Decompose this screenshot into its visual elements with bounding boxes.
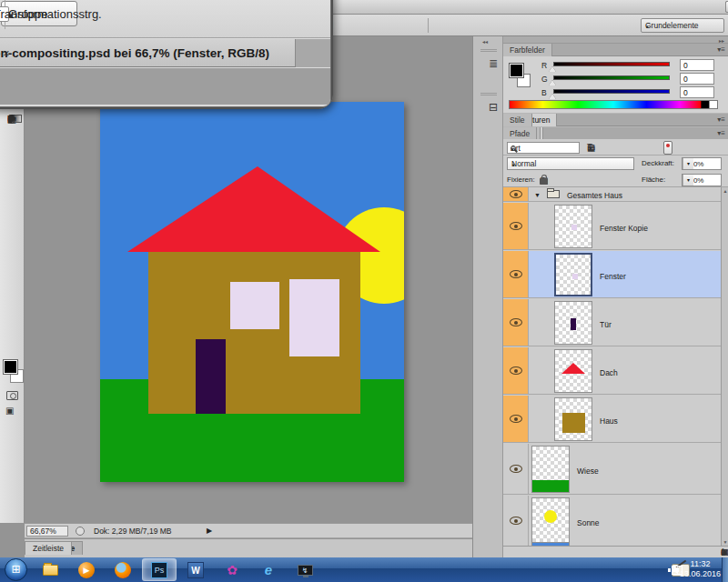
green-value-field[interactable]: 0 — [680, 73, 714, 85]
taskbar-ie-button[interactable]: e — [251, 558, 286, 581]
taskbar-word-button[interactable]: W — [178, 558, 213, 581]
eye-icon[interactable] — [510, 318, 522, 326]
opacity-field[interactable]: 100% ▾ — [682, 157, 722, 170]
dock-history-panel-icon[interactable]: ≣ — [477, 55, 500, 75]
presets-panel-icon[interactable]: ⊟ — [489, 98, 498, 116]
document-canvas[interactable] — [100, 102, 404, 482]
dock-grip[interactable] — [480, 93, 497, 94]
layer-thumbnail[interactable] — [554, 253, 592, 296]
start-button[interactable]: ⊞ — [5, 558, 27, 581]
green-slider-handle[interactable] — [549, 80, 556, 85]
zoom-tool[interactable]: ◎ — [1, 111, 24, 126]
layer-row-wiese[interactable]: Wiese — [503, 444, 721, 495]
eye-icon[interactable] — [510, 517, 522, 525]
eye-icon[interactable] — [510, 270, 522, 278]
layer-name: Dach — [600, 368, 618, 377]
blue-slider-handle[interactable] — [549, 94, 556, 99]
fill-field[interactable]: 100% ▾ — [682, 174, 722, 186]
zoom-level-field[interactable]: 66,67% — [26, 526, 68, 537]
layers-scrollbar[interactable]: ▲ ▼ — [721, 187, 728, 546]
speaker-icon[interactable] — [672, 567, 678, 574]
panel-menu-icon[interactable]: ▾≡ — [717, 115, 725, 124]
filter-smart-object-icon[interactable]: ⊡ — [587, 142, 594, 154]
visibility-cell[interactable] — [503, 203, 529, 249]
layer-row-gesamtes-haus[interactable]: ▼ Gesamtes Haus — [503, 187, 721, 202]
red-slider-handle[interactable] — [549, 66, 556, 72]
layer-thumbnail[interactable] — [531, 497, 570, 545]
visibility-cell[interactable] — [503, 444, 529, 494]
visibility-cell[interactable] — [503, 396, 529, 442]
blend-mode-dropdown[interactable]: Normal ▲▼ — [507, 157, 634, 170]
blue-slider-track[interactable] — [553, 89, 670, 94]
screen-mode-icon[interactable]: ▣ — [5, 406, 14, 416]
tab-zeitleiste[interactable]: Zeitleiste — [25, 541, 72, 555]
taskbar-firefox-button[interactable] — [106, 558, 140, 581]
dock-grip[interactable] — [480, 49, 497, 50]
disclosure-triangle-icon[interactable]: ▼ — [534, 192, 541, 198]
eye-icon[interactable] — [510, 465, 522, 473]
layer-thumbnail[interactable] — [531, 446, 570, 493]
visibility-cell[interactable] — [503, 187, 529, 201]
layer-name: Sonne — [577, 518, 600, 527]
lock-all-icon[interactable] — [540, 178, 548, 185]
close-document-icon[interactable]: × — [3, 46, 10, 60]
collapse-dock-icon[interactable]: ◂◂ — [482, 38, 488, 45]
taskbar-app-button[interactable]: ✿ — [215, 558, 249, 581]
red-slider-track[interactable] — [553, 62, 670, 66]
lock-label: Fixieren: — [507, 176, 535, 184]
red-value-field[interactable]: 0 — [680, 59, 714, 71]
layer-thumbnail[interactable] — [554, 349, 592, 393]
tab-farbfelder[interactable]: Farbfelder — [503, 44, 552, 56]
layer-thumbnail[interactable] — [554, 397, 592, 441]
layers-panel-tabs: Ebenen Kanäle Pfade ▾≡ — [503, 127, 728, 140]
visibility-cell[interactable] — [503, 496, 529, 546]
window-right-shape — [289, 279, 339, 356]
taskbar-clock[interactable]: 11:32 13.06.2016 — [680, 559, 721, 579]
taskbar-monitor-button[interactable]: ↯ — [288, 558, 322, 581]
panel-column: ▸▸ Farbe Farbfelder ▾≡ R 0 G 0 — [503, 36, 728, 557]
panel-menu-icon[interactable]: ▾≡ — [717, 45, 725, 54]
eye-icon[interactable] — [510, 366, 522, 375]
layer-row-fenster[interactable]: Fenster — [503, 251, 721, 298]
visibility-cell[interactable] — [503, 299, 529, 346]
dropdown-arrow-icon[interactable]: ▾ — [682, 175, 693, 186]
taskbar-explorer-button[interactable] — [33, 558, 67, 581]
eye-icon[interactable] — [510, 190, 522, 198]
layer-row-tuer[interactable]: Tür — [503, 299, 721, 346]
workspace-switcher[interactable]: Grundelemente ▲▼ — [641, 18, 724, 33]
status-expand-icon[interactable]: ▶ — [207, 527, 212, 535]
quick-mask-icon[interactable] — [6, 391, 18, 400]
layer-row-dach[interactable]: Dach — [503, 347, 721, 395]
taskbar-media-player-button[interactable]: ▶ — [69, 558, 104, 581]
layer-thumbnail[interactable] — [554, 301, 592, 345]
layer-filter-dropdown[interactable]: Art ▲▼ — [507, 142, 580, 154]
color-spectrum-ramp[interactable] — [509, 100, 718, 109]
tab-pfade[interactable]: Pfade — [503, 127, 537, 140]
expand-panels-icon[interactable]: ▸▸ — [719, 37, 724, 44]
green-slider-track[interactable] — [553, 75, 670, 80]
scroll-down-icon[interactable]: ▼ — [722, 539, 728, 545]
delete-layer-icon[interactable]: ▯ — [721, 547, 725, 557]
eye-icon[interactable] — [510, 415, 522, 423]
foreground-color-swatch-mini[interactable] — [510, 64, 523, 77]
scroll-up-icon[interactable]: ▲ — [722, 188, 728, 194]
visibility-cell[interactable] — [503, 251, 529, 297]
taskbar-photoshop-button[interactable]: Ps — [142, 558, 177, 581]
layer-row-fenster-kopie[interactable]: Fenster Kopie — [503, 203, 721, 250]
history-panel-icon[interactable]: ≣ — [489, 55, 498, 73]
dock-presets-panel-icon[interactable]: ⊟ — [477, 98, 500, 118]
visibility-cell[interactable] — [503, 347, 529, 394]
layer-row-haus[interactable]: Haus — [503, 396, 721, 443]
tab-stile[interactable]: Stile — [503, 114, 532, 126]
panel-menu-icon[interactable]: ▾≡ — [717, 129, 725, 137]
layer-thumbnail[interactable] — [554, 205, 592, 248]
dropdown-arrow-icon[interactable]: ▾ — [682, 158, 693, 169]
eye-icon[interactable] — [510, 222, 522, 230]
foreground-color-swatch[interactable] — [4, 360, 17, 374]
blue-value-field[interactable]: 0 — [680, 86, 714, 98]
layer-row-sonne[interactable]: Sonne — [503, 496, 721, 546]
document-tab[interactable]: en-compositing.psd bei 66,7% (Fenster, R… — [0, 39, 296, 67]
show-desktop-button[interactable] — [722, 557, 728, 582]
firefox-icon — [115, 562, 131, 578]
filter-toggle-switch[interactable] — [663, 141, 672, 155]
